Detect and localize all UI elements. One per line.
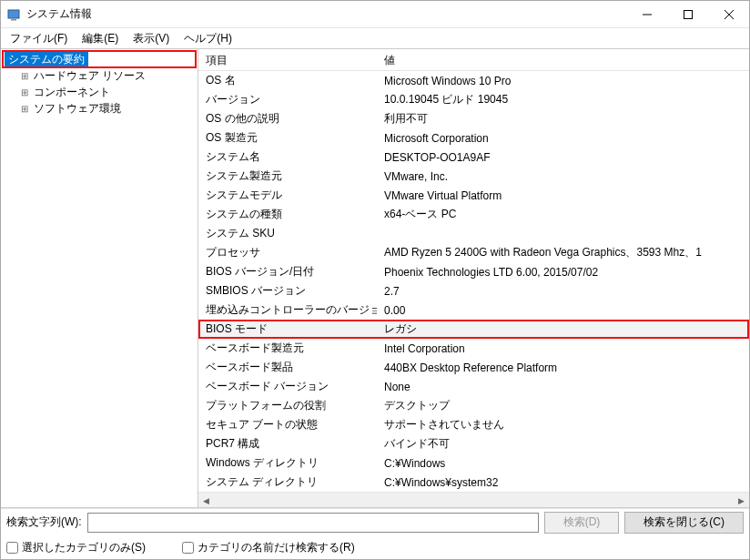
cell-value: C:¥Windows [377,455,749,472]
cell-key: ベースボード製造元 [198,339,377,358]
table-row[interactable]: システム名DESKTOP-OO1A9AF [198,148,749,167]
cell-value: 0.00 [377,302,749,319]
tree-label: システムの要約 [5,52,88,67]
menu-view[interactable]: 表示(V) [127,29,175,48]
table-row[interactable]: OS の他の説明利用不可 [198,109,749,128]
category-name-only-checkbox[interactable]: カテゴリの名前だけ検索する(R) [182,540,355,555]
cell-value: 利用不可 [377,109,749,128]
window-title: システム情報 [26,6,626,22]
search-options: 選択したカテゴリのみ(S) カテゴリの名前だけ検索する(R) [1,535,749,559]
details-grid: 項目 値 OS 名Microsoft Windows 10 Proバージョン10… [198,49,749,492]
table-row[interactable]: システムの種類x64-ベース PC [198,205,749,224]
column-header-value[interactable]: 値 [377,49,734,70]
menubar: ファイル(F) 編集(E) 表示(V) ヘルプ(H) [1,28,749,48]
details-panel: 項目 値 OS 名Microsoft Windows 10 Proバージョン10… [198,49,749,507]
tree-item-hardware[interactable]: ⊞ ハードウェア リソース [3,67,196,84]
cell-key: セキュア ブートの状態 [198,415,377,434]
cell-key: SMBIOS バージョン [198,281,377,300]
tree-item-software[interactable]: ⊞ ソフトウェア環境 [3,100,196,117]
close-button[interactable] [708,1,749,28]
cell-key: ベースボード製品 [198,358,377,377]
close-search-button[interactable]: 検索を閉じる(C) [624,512,744,534]
cell-key: システムの種類 [198,205,377,224]
table-row[interactable]: BIOS モードレガシ [198,320,749,339]
table-row[interactable]: 埋め込みコントローラーのバージョン0.00 [198,300,749,320]
table-row[interactable]: システム SKU [198,224,749,243]
cell-key: BIOS モード [198,320,377,339]
svg-rect-0 [8,10,19,18]
cell-value: バインド不可 [377,434,749,453]
table-row[interactable]: SMBIOS バージョン2.7 [198,281,749,300]
cell-key: Windows ディレクトリ [198,453,377,473]
cell-key: OS の他の説明 [198,109,377,128]
checkbox-label: 選択したカテゴリのみ(S) [22,540,146,555]
scroll-right-icon[interactable]: ▶ [734,493,749,508]
cell-key: システム ディレクトリ [198,473,377,492]
cell-key: プロセッサ [198,243,377,262]
table-row[interactable]: システム ディレクトリC:¥Windows¥system32 [198,473,749,492]
table-row[interactable]: OS 名Microsoft Windows 10 Pro [198,71,749,90]
table-row[interactable]: ベースボード製造元Intel Corporation [198,339,749,358]
checkbox-input[interactable] [6,542,18,554]
cell-key: OS 名 [198,71,377,90]
scroll-left-icon[interactable]: ◀ [198,493,214,508]
cell-key: バージョン [198,90,377,109]
app-icon [6,7,21,22]
cell-key: システムモデル [198,186,377,205]
table-row[interactable]: プロセッサAMD Ryzen 5 2400G with Radeon Vega … [198,243,749,262]
table-row[interactable]: PCR7 構成バインド不可 [198,434,749,453]
table-row[interactable]: システム製造元VMware, Inc. [198,167,749,186]
svg-rect-3 [684,10,692,18]
table-row[interactable]: Windows ディレクトリC:¥Windows [198,453,749,473]
search-bar: 検索文字列(W): 検索(D) 検索を閉じる(C) [1,508,749,535]
table-row[interactable]: バージョン10.0.19045 ビルド 19045 [198,90,749,109]
tree-label: ソフトウェア環境 [30,101,125,117]
cell-value: Microsoft Windows 10 Pro [377,73,749,89]
cell-value: デスクトップ [377,396,749,415]
cell-value: VMware Virtual Platform [377,188,749,204]
cell-key: BIOS バージョン/日付 [198,262,377,281]
cell-key: システム SKU [198,224,377,243]
category-tree[interactable]: システムの要約 ⊞ ハードウェア リソース ⊞ コンポーネント ⊞ ソフトウェア… [1,49,198,507]
checkbox-input[interactable] [182,542,194,554]
cell-key: システム名 [198,148,377,167]
table-row[interactable]: ベースボード製品440BX Desktop Reference Platform [198,358,749,377]
cell-key: PCR7 構成 [198,434,377,453]
table-row[interactable]: BIOS バージョン/日付Phoenix Technologies LTD 6.… [198,262,749,281]
minimize-button[interactable] [626,1,667,28]
cell-value [377,232,749,236]
cell-key: OS 製造元 [198,128,377,148]
menu-help[interactable]: ヘルプ(H) [178,29,238,48]
cell-value: Phoenix Technologies LTD 6.00, 2015/07/0… [377,264,749,280]
cell-value: AMD Ryzen 5 2400G with Radeon Vega Graph… [377,243,749,262]
expand-icon[interactable]: ⊞ [19,104,30,114]
grid-header: 項目 値 [198,49,749,71]
window-controls [626,1,749,28]
cell-value: DESKTOP-OO1A9AF [377,149,749,166]
expand-icon[interactable]: ⊞ [19,71,30,81]
svg-rect-1 [11,19,16,21]
horizontal-scrollbar[interactable]: ◀ ▶ [198,492,749,507]
cell-value: None [377,379,749,395]
table-row[interactable]: OS 製造元Microsoft Corporation [198,128,749,148]
tree-item-components[interactable]: ⊞ コンポーネント [3,84,196,100]
cell-value: 440BX Desktop Reference Platform [377,360,749,376]
table-row[interactable]: セキュア ブートの状態サポートされていません [198,415,749,434]
table-row[interactable]: ベースボード バージョンNone [198,377,749,396]
find-button[interactable]: 検索(D) [544,512,620,534]
selected-category-only-checkbox[interactable]: 選択したカテゴリのみ(S) [6,540,146,555]
grid-body[interactable]: OS 名Microsoft Windows 10 Proバージョン10.0.19… [198,71,749,492]
table-row[interactable]: システムモデルVMware Virtual Platform [198,186,749,205]
expand-icon[interactable]: ⊞ [19,87,30,97]
column-header-key[interactable]: 項目 [198,49,377,70]
search-input[interactable] [87,513,539,533]
titlebar: システム情報 [1,1,749,28]
cell-key: 埋め込みコントローラーのバージョン [198,300,377,320]
menu-edit[interactable]: 編集(E) [76,29,124,48]
cell-key: ベースボード バージョン [198,377,377,396]
cell-value: 10.0.19045 ビルド 19045 [377,90,749,109]
tree-item-system-summary[interactable]: システムの要約 [3,51,196,67]
menu-file[interactable]: ファイル(F) [5,29,73,48]
maximize-button[interactable] [667,1,708,28]
table-row[interactable]: プラットフォームの役割デスクトップ [198,396,749,415]
